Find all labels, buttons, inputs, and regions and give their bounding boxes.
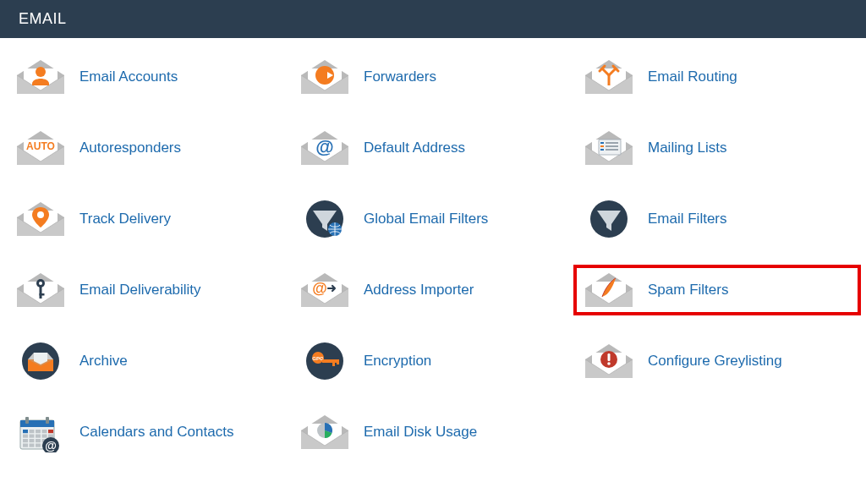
item-label: Email Filters	[648, 211, 727, 227]
item-label: Global Email Filters	[364, 211, 488, 227]
svg-point-30	[607, 362, 611, 365]
svg-text:@: @	[45, 439, 57, 452]
archive-box-icon	[15, 341, 66, 381]
section-header: EMAIL	[0, 0, 866, 38]
svg-text:GPG: GPG	[312, 356, 324, 361]
item-label: Configure Greylisting	[648, 353, 782, 370]
envelope-list-icon	[584, 128, 634, 168]
envelope-pin-icon	[15, 199, 66, 239]
envelope-pie-icon	[299, 412, 350, 452]
item-spam-filters[interactable]: Spam Filters	[575, 266, 859, 314]
svg-rect-39	[48, 430, 53, 433]
svg-text:@: @	[315, 136, 333, 157]
email-grid: Email Accounts Forwarders Email Routing …	[0, 38, 866, 456]
item-label: Email Disk Usage	[364, 424, 477, 441]
item-autoresponders[interactable]: AUTO Autoresponders	[7, 124, 291, 172]
svg-rect-10	[606, 149, 618, 151]
item-label: Archive	[79, 353, 128, 370]
svg-rect-9	[600, 149, 604, 151]
item-archive[interactable]: Archive	[7, 337, 291, 385]
item-encryption[interactable]: GPG Encryption	[291, 337, 575, 385]
svg-rect-18	[40, 293, 45, 296]
svg-rect-43	[42, 435, 47, 438]
item-calendars-and-contacts[interactable]: @ Calendars and Contacts	[7, 408, 291, 456]
item-label: Email Accounts	[79, 68, 178, 85]
section-title: EMAIL	[19, 10, 67, 27]
item-label: Calendars and Contacts	[79, 424, 233, 441]
envelope-person-icon	[15, 57, 66, 97]
item-email-routing[interactable]: Email Routing	[575, 53, 859, 101]
item-email-disk-usage[interactable]: Email Disk Usage	[291, 408, 575, 456]
item-configure-greylisting[interactable]: Configure Greylisting	[575, 337, 859, 385]
svg-point-16	[39, 282, 42, 285]
svg-rect-40	[23, 435, 28, 438]
item-label: Spam Filters	[648, 282, 728, 299]
svg-rect-17	[40, 287, 42, 299]
svg-rect-36	[30, 430, 35, 433]
item-label: Track Delivery	[79, 211, 171, 227]
envelope-import-icon: @	[299, 270, 350, 310]
svg-rect-25	[322, 359, 337, 363]
svg-rect-45	[23, 439, 28, 442]
svg-rect-50	[23, 444, 28, 447]
item-label: Mailing Lists	[648, 140, 727, 156]
envelope-feather-icon	[584, 270, 634, 310]
svg-rect-27	[337, 359, 339, 364]
item-label: Address Importer	[364, 282, 474, 299]
item-forwarders[interactable]: Forwarders	[291, 53, 575, 101]
item-email-filters[interactable]: Email Filters	[575, 195, 859, 243]
envelope-auto-icon: AUTO	[15, 128, 66, 168]
svg-point-0	[36, 67, 46, 77]
svg-point-11	[37, 211, 44, 218]
envelope-alert-icon	[584, 341, 634, 381]
svg-rect-26	[332, 359, 335, 366]
svg-rect-5	[600, 142, 604, 144]
svg-rect-47	[36, 439, 41, 442]
item-track-delivery[interactable]: Track Delivery	[7, 195, 291, 243]
calendar-at-icon: @	[15, 412, 66, 452]
item-address-importer[interactable]: @ Address Importer	[291, 266, 575, 314]
item-email-accounts[interactable]: Email Accounts	[7, 53, 291, 101]
item-label: Default Address	[364, 140, 465, 156]
svg-rect-51	[30, 444, 35, 447]
envelope-split-icon	[584, 57, 634, 97]
svg-rect-29	[608, 353, 611, 361]
item-label: Autoresponders	[79, 140, 181, 156]
svg-rect-46	[30, 439, 35, 442]
svg-rect-52	[36, 444, 41, 447]
item-email-deliverability[interactable]: Email Deliverability	[7, 266, 291, 314]
funnel-icon	[584, 199, 634, 239]
envelope-at-icon: @	[299, 128, 350, 168]
svg-text:AUTO: AUTO	[26, 140, 55, 152]
svg-rect-6	[606, 142, 618, 144]
svg-rect-8	[606, 145, 618, 147]
funnel-globe-icon	[299, 199, 350, 239]
envelope-arrow-icon	[299, 57, 350, 97]
item-mailing-lists[interactable]: Mailing Lists	[575, 124, 859, 172]
item-label: Email Routing	[648, 68, 737, 85]
svg-rect-35	[23, 430, 28, 433]
gpg-key-icon: GPG	[299, 341, 350, 381]
svg-text:@: @	[312, 280, 327, 297]
item-default-address[interactable]: @ Default Address	[291, 124, 575, 172]
svg-rect-33	[25, 417, 29, 424]
item-global-email-filters[interactable]: Global Email Filters	[291, 195, 575, 243]
svg-rect-42	[36, 435, 41, 438]
item-label: Forwarders	[364, 68, 436, 85]
svg-rect-7	[600, 145, 604, 147]
item-label: Email Deliverability	[79, 282, 201, 299]
svg-rect-41	[30, 435, 35, 438]
svg-rect-37	[36, 430, 41, 433]
svg-rect-38	[42, 430, 47, 433]
svg-rect-34	[46, 417, 49, 424]
item-label: Encryption	[364, 353, 431, 370]
envelope-key-icon	[15, 270, 66, 310]
